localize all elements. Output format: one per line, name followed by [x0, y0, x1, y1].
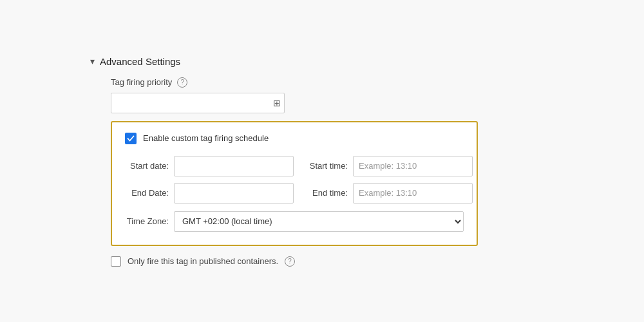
start-time-label: Start time: [304, 161, 348, 171]
variable-icon: ⊞ [273, 98, 281, 108]
end-date-label: End Date: [125, 188, 169, 198]
schedule-fields-grid: Start date: Start time: End Date: End ti… [125, 156, 464, 204]
enable-schedule-checkbox[interactable] [125, 133, 137, 144]
advanced-settings-header[interactable]: ▾ Advanced Settings [90, 56, 554, 67]
tag-firing-input[interactable] [111, 93, 285, 113]
end-time-row: End time: [304, 183, 473, 204]
end-date-row: End Date: [125, 183, 294, 204]
end-time-label: End time: [304, 188, 348, 198]
start-date-input[interactable] [174, 156, 294, 176]
start-date-label: Start date: [125, 161, 169, 171]
main-container: ▾ Advanced Settings Tag firing priority … [90, 43, 554, 279]
enable-schedule-row: Enable custom tag firing schedule [125, 133, 464, 144]
start-time-input[interactable] [353, 156, 473, 176]
schedule-panel: Enable custom tag firing schedule Start … [111, 121, 478, 246]
start-date-row: Start date: [125, 156, 294, 176]
only-fire-row: Only fire this tag in published containe… [111, 256, 554, 267]
tag-firing-label: Tag firing priority [111, 77, 172, 87]
end-date-input[interactable] [174, 183, 294, 204]
timezone-select[interactable]: GMT +02:00 (local time) GMT +00:00 (UTC)… [174, 211, 464, 232]
tag-firing-priority-row: Tag firing priority ? [111, 77, 554, 88]
start-time-row: Start time: [304, 156, 473, 176]
chevron-down-icon: ▾ [90, 56, 95, 66]
enable-schedule-label: Enable custom tag firing schedule [143, 133, 269, 143]
checkmark-icon [127, 135, 135, 142]
tag-firing-help-icon[interactable]: ? [177, 77, 187, 88]
timezone-row: Time Zone: GMT +02:00 (local time) GMT +… [125, 211, 464, 232]
section-title: Advanced Settings [100, 56, 180, 67]
end-time-input[interactable] [353, 183, 473, 204]
only-fire-label: Only fire this tag in published containe… [128, 256, 278, 266]
timezone-label: Time Zone: [125, 216, 169, 226]
tag-firing-input-wrap: ⊞ [111, 93, 285, 113]
tag-firing-variable-button[interactable]: ⊞ [273, 99, 281, 108]
only-fire-checkbox[interactable] [111, 256, 121, 267]
only-fire-help-icon[interactable]: ? [285, 256, 295, 267]
